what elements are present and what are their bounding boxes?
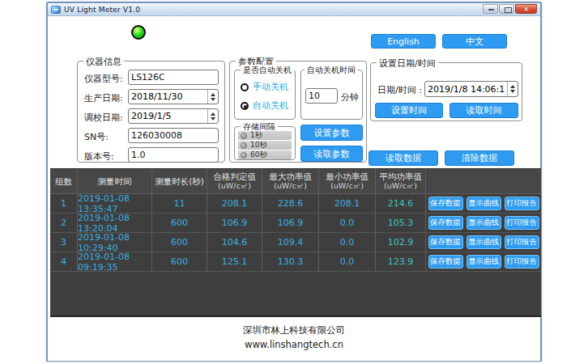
measurement-table: 组数 测量时间 测量时长(秒) 合格判定值(uW/c㎡) 最大功率值(uW/c㎡… (50, 168, 541, 317)
cell-max: 106.9 (262, 214, 319, 232)
cell-min: 0.0 (319, 214, 376, 232)
cell-min: 0.0 (319, 252, 376, 271)
calibration-date-spin-buttons[interactable] (207, 109, 218, 123)
calibration-date-input[interactable] (129, 109, 207, 123)
header-group: 组数 (50, 169, 78, 193)
radio-unchecked-icon[interactable] (241, 83, 249, 91)
read-data-button[interactable]: 读取数据 (369, 150, 438, 166)
cell-actions: 保存数据 显示曲线 打印报告 (426, 194, 541, 213)
auto-off-time-group: 自动关机时间 分钟 (300, 70, 363, 120)
cell-group: 1 (50, 194, 78, 213)
maximize-button[interactable] (499, 4, 514, 14)
spin-up-icon[interactable] (211, 112, 215, 116)
title-bar[interactable]: UV Light Meter V1.0 (48, 3, 540, 16)
table-header-row: 组数 测量时间 测量时长(秒) 合格判定值(uW/c㎡) 最大功率值(uW/c㎡… (50, 169, 541, 194)
print-report-button[interactable]: 打印报告 (505, 255, 539, 269)
auto-off-label: 自动关机 (253, 99, 288, 112)
print-report-button[interactable]: 打印报告 (505, 235, 539, 249)
header-max: 最大功率值(uW/c㎡) (262, 169, 319, 193)
radio-disabled-icon (241, 152, 247, 159)
save-data-button[interactable]: 保存数据 (428, 197, 463, 210)
cell-group: 2 (50, 214, 78, 232)
table-row[interactable]: 4 2019-01-08 09:19:35 600 125.1 130.3 0.… (50, 252, 541, 272)
cell-avg: 214.6 (376, 194, 426, 213)
cell-max: 109.4 (262, 233, 319, 252)
version-input[interactable] (128, 147, 219, 163)
language-english-button[interactable]: English (371, 34, 436, 49)
cell-qualified: 208.1 (207, 194, 262, 213)
storage-interval-group: 存储间隔 1秒 10秒 60秒 (234, 126, 296, 160)
radio-disabled-icon (241, 142, 247, 149)
website-url: www.linshangtech.cn (48, 339, 540, 350)
spin-down-icon[interactable] (211, 98, 215, 101)
cell-min: 0.0 (319, 233, 376, 252)
clear-data-button[interactable]: 清除数据 (445, 150, 514, 166)
show-curve-button[interactable]: 显示曲线 (467, 197, 501, 210)
auto-off-radio[interactable]: 自动关机 (241, 99, 288, 112)
close-button[interactable] (515, 4, 537, 14)
cell-qualified: 125.1 (207, 252, 262, 271)
sn-label: SN号: (84, 131, 109, 143)
cell-group: 4 (50, 252, 78, 271)
cell-duration: 600 (152, 214, 207, 232)
cell-max: 228.6 (262, 194, 319, 213)
interval-60s-radio[interactable]: 60秒 (238, 150, 292, 159)
datetime-spin-buttons[interactable] (507, 82, 518, 96)
header-actions (426, 169, 541, 193)
interval-10s-radio[interactable]: 10秒 (238, 141, 292, 150)
header-avg: 平均功率值(uW/c㎡) (376, 169, 426, 193)
table-row[interactable]: 3 2019-01-08 10:29:40 600 104.6 109.4 0.… (50, 233, 541, 252)
app-window: UV Light Meter V1.0 English 中文 仪器信息 仪器型号… (46, 2, 542, 362)
show-curve-button[interactable]: 显示曲线 (467, 216, 501, 230)
production-date-spin-buttons[interactable] (207, 90, 218, 104)
spin-down-icon[interactable] (510, 90, 515, 93)
minimize-button[interactable] (483, 4, 498, 14)
cell-avg: 105.3 (376, 214, 426, 232)
production-date-input[interactable] (129, 90, 207, 104)
cell-actions: 保存数据 显示曲线 打印报告 (426, 233, 541, 252)
save-data-button[interactable]: 保存数据 (428, 235, 463, 249)
model-input[interactable] (128, 70, 219, 85)
manual-off-radio[interactable]: 手动关机 (241, 81, 288, 93)
cell-time: 2019-01-08 09:19:35 (78, 252, 152, 271)
auto-off-time-input[interactable] (305, 88, 338, 104)
radio-checked-icon[interactable] (241, 102, 249, 110)
show-curve-button[interactable]: 显示曲线 (467, 255, 501, 269)
header-time: 测量时间 (78, 169, 152, 193)
print-report-button[interactable]: 打印报告 (505, 216, 539, 230)
save-data-button[interactable]: 保存数据 (428, 216, 463, 230)
cell-duration: 600 (152, 252, 207, 271)
datetime-group-title: 设置日期/时间 (377, 57, 438, 70)
window-content: English 中文 仪器信息 仪器型号: 生产日期: 调校日期: (48, 16, 540, 361)
sn-input[interactable] (128, 128, 219, 143)
show-curve-button[interactable]: 显示曲线 (467, 235, 501, 249)
calibration-date-label: 调校日期: (84, 112, 123, 124)
datetime-input[interactable] (425, 82, 507, 96)
table-row[interactable]: 1 2019-01-08 13:35:47 11 208.1 228.6 208… (50, 194, 541, 214)
app-icon (51, 6, 61, 14)
read-time-button[interactable]: 读取时间 (450, 103, 518, 118)
spin-up-icon[interactable] (211, 93, 215, 96)
cell-group: 3 (50, 233, 78, 252)
auto-off-time-title: 自动关机时间 (305, 65, 358, 76)
datetime-spinner (424, 81, 518, 97)
spin-down-icon[interactable] (211, 117, 215, 121)
spin-up-icon[interactable] (510, 85, 515, 88)
print-report-button[interactable]: 打印报告 (505, 197, 539, 210)
interval-60s-label: 60秒 (250, 150, 266, 160)
interval-1s-radio[interactable]: 1秒 (238, 131, 292, 140)
param-config-group: 参数配置 是否自动关机 手动关机 自动关机 自动关机时间 分钟 存储间隔 (229, 61, 367, 163)
set-time-button[interactable]: 设置时间 (375, 103, 443, 118)
language-chinese-button[interactable]: 中文 (442, 34, 507, 49)
cell-max: 130.3 (262, 252, 319, 271)
cell-time: 2019-01-08 13:20:04 (78, 214, 152, 232)
read-params-button[interactable]: 读取参数 (300, 146, 363, 162)
set-params-button[interactable]: 设置参数 (300, 125, 363, 141)
save-data-button[interactable]: 保存数据 (428, 255, 463, 269)
datetime-group: 设置日期/时间 日期/时间 : 设置时间 读取时间 (370, 62, 522, 121)
cell-time: 2019-01-08 13:35:47 (78, 194, 152, 213)
header-min: 最小功率值(uW/c㎡) (319, 169, 376, 193)
table-row[interactable]: 2 2019-01-08 13:20:04 600 106.9 106.9 0.… (50, 214, 541, 233)
device-info-title: 仪器信息 (83, 56, 124, 68)
model-label: 仪器型号: (84, 73, 123, 85)
